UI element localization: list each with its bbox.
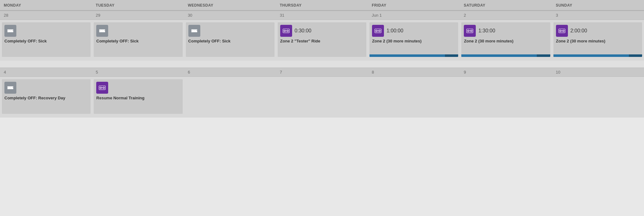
svg-point-37 bbox=[560, 30, 561, 31]
date-3: 3 bbox=[552, 11, 644, 19]
event-card-recovery[interactable]: Completely OFF: Recovery Day bbox=[2, 79, 91, 114]
cassette-icon-2 bbox=[375, 27, 381, 34]
svg-point-25 bbox=[376, 30, 377, 31]
date-31: 31 bbox=[276, 11, 368, 19]
event-title-1h: Zone 2 (30 more minutes) bbox=[372, 39, 456, 44]
event-cell-fri-8 bbox=[368, 78, 459, 116]
svg-point-26 bbox=[379, 30, 380, 31]
header-wednesday: WEDNESDAY bbox=[184, 0, 276, 10]
svg-rect-40 bbox=[8, 87, 13, 89]
event-title-1h30: Zone 2 (30 more minutes) bbox=[464, 39, 547, 44]
svg-point-31 bbox=[468, 30, 469, 31]
event-card-sick-3[interactable]: Completely OFF: Sick bbox=[186, 22, 275, 57]
svg-point-19 bbox=[284, 30, 285, 31]
date-29: 29 bbox=[92, 11, 184, 19]
week2-event-row: Completely OFF: Recovery Day bbox=[0, 77, 644, 118]
event-card-zone2-1h30[interactable]: 1:30:00 Zone 2 (30 more minutes) bbox=[461, 22, 550, 57]
header-sunday: SUNDAY bbox=[552, 0, 644, 10]
icon-row bbox=[4, 25, 88, 37]
date-10: 10 bbox=[552, 68, 644, 76]
event-title-sick-2: Completely OFF: Sick bbox=[96, 39, 180, 44]
svg-point-48 bbox=[101, 87, 101, 88]
icon-row bbox=[96, 82, 180, 94]
event-cell-thu-31[interactable]: 0:30:00 Zone 2 "Tester" Ride bbox=[276, 21, 368, 59]
event-card-zone2-2h[interactable]: 2:00:00 Zone 2 (30 more minutes) bbox=[553, 22, 642, 57]
event-card-sick-2[interactable]: Completely OFF: Sick bbox=[94, 22, 182, 57]
svg-point-49 bbox=[103, 87, 104, 88]
svg-rect-3 bbox=[9, 30, 10, 30]
event-title-sick-1: Completely OFF: Sick bbox=[4, 39, 88, 44]
week-2: 4 5 6 7 8 9 10 bbox=[0, 68, 644, 118]
event-card-empty-3 bbox=[369, 79, 458, 114]
event-cell-wed-6 bbox=[185, 78, 276, 116]
svg-rect-41 bbox=[8, 86, 8, 89]
date-7: 7 bbox=[276, 68, 368, 76]
header-friday: FRIDAY bbox=[368, 0, 460, 10]
date-30: 30 bbox=[184, 11, 276, 19]
event-title-2h: Zone 2 (30 more minutes) bbox=[556, 39, 640, 44]
date-9: 9 bbox=[460, 68, 552, 76]
svg-rect-12 bbox=[191, 29, 192, 32]
event-duration-1h: 1:00:00 bbox=[386, 28, 403, 34]
event-title-recovery: Completely OFF: Recovery Day bbox=[4, 96, 88, 101]
cassette-icon-box-1 bbox=[280, 25, 292, 37]
svg-rect-6 bbox=[99, 30, 105, 32]
icon-row bbox=[188, 25, 272, 37]
event-cell-tue-5[interactable]: Resume Normal Training bbox=[92, 78, 184, 116]
svg-rect-14 bbox=[194, 30, 196, 30]
event-cell-mon-4[interactable]: Completely OFF: Recovery Day bbox=[1, 78, 92, 116]
svg-point-20 bbox=[287, 30, 288, 31]
cassette-icon-box-4 bbox=[556, 25, 568, 37]
svg-rect-9 bbox=[103, 30, 104, 30]
svg-rect-7 bbox=[99, 29, 100, 32]
icon-row: 0:30:00 bbox=[280, 25, 364, 37]
event-cell-tue-29[interactable]: Completely OFF: Sick bbox=[92, 21, 184, 59]
svg-rect-8 bbox=[101, 30, 103, 30]
calendar: MONDAY TUESDAY WEDNESDAY THURSDAY FRIDAY… bbox=[0, 0, 644, 118]
event-duration-tester: 0:30:00 bbox=[295, 28, 311, 34]
progress-bar-1 bbox=[369, 54, 458, 57]
cassette-icon-1 bbox=[283, 27, 290, 34]
event-card-zone2-1h[interactable]: 1:00:00 Zone 2 (30 more minutes) bbox=[369, 22, 458, 57]
bed-icon-box-2 bbox=[96, 25, 108, 37]
event-cell-sat-2[interactable]: 1:30:00 Zone 2 (30 more minutes) bbox=[460, 21, 551, 59]
date-28: 28 bbox=[0, 11, 92, 19]
week2-date-row: 4 5 6 7 8 9 10 bbox=[0, 68, 644, 77]
event-cell-sat-9 bbox=[460, 78, 551, 116]
cassette-icon-4 bbox=[558, 27, 565, 34]
event-card-empty-1 bbox=[186, 79, 275, 114]
event-cell-sun-3[interactable]: 2:00:00 Zone 2 (30 more minutes) bbox=[552, 21, 643, 59]
header-saturday: SATURDAY bbox=[460, 0, 552, 10]
date-2: 2 bbox=[460, 11, 552, 19]
event-cell-fri-jun1[interactable]: 1:00:00 Zone 2 (30 more minutes) bbox=[368, 21, 459, 59]
svg-point-38 bbox=[563, 30, 564, 31]
event-cell-thu-7 bbox=[276, 78, 368, 116]
progress-bar-inner-2 bbox=[461, 54, 537, 57]
progress-bar-2 bbox=[461, 54, 550, 57]
event-card-resume[interactable]: Resume Normal Training bbox=[94, 79, 182, 114]
event-cell-wed-30[interactable]: Completely OFF: Sick bbox=[185, 21, 276, 59]
header-tuesday: TUESDAY bbox=[92, 0, 184, 10]
progress-bar-inner-3 bbox=[553, 54, 629, 57]
cassette-icon-3 bbox=[466, 27, 473, 34]
svg-rect-5 bbox=[99, 29, 105, 30]
event-cell-mon-28[interactable]: Completely OFF: Sick bbox=[1, 21, 92, 59]
event-card-empty-4 bbox=[461, 79, 550, 114]
date-jun1: Jun 1 bbox=[368, 11, 460, 19]
bed-icon-2 bbox=[99, 27, 106, 34]
cassette-icon-box-3 bbox=[464, 25, 476, 37]
bed-icon bbox=[7, 27, 14, 34]
svg-rect-42 bbox=[9, 87, 10, 87]
svg-rect-0 bbox=[8, 29, 13, 30]
header-thursday: THURSDAY bbox=[276, 0, 368, 10]
icon-row: 1:00:00 bbox=[372, 25, 456, 37]
progress-bar-3 bbox=[553, 54, 642, 57]
event-card-zone2-tester[interactable]: 0:30:00 Zone 2 "Tester" Ride bbox=[278, 22, 366, 57]
cassette-icon-5 bbox=[99, 84, 106, 91]
event-title-sick-3: Completely OFF: Sick bbox=[188, 39, 272, 44]
day-headers: MONDAY TUESDAY WEDNESDAY THURSDAY FRIDAY… bbox=[0, 0, 644, 11]
svg-rect-13 bbox=[193, 30, 194, 30]
event-card-sick-1[interactable]: Completely OFF: Sick bbox=[2, 22, 91, 57]
event-duration-2h: 2:00:00 bbox=[570, 28, 587, 34]
event-title-tester: Zone 2 "Tester" Ride bbox=[280, 39, 364, 44]
